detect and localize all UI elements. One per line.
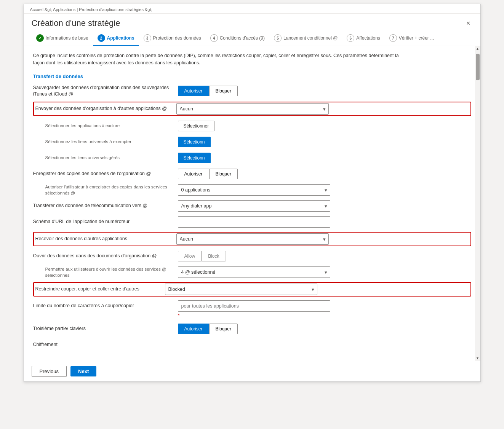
- transferer-row: Transférer des données de télécommunicat…: [33, 200, 471, 212]
- schema-url-label: Schéma d'URL de l'application de numérot…: [33, 218, 178, 225]
- troisieme-bloquer-btn[interactable]: Bloquer: [209, 324, 238, 334]
- limite-input[interactable]: [178, 300, 330, 312]
- main-content: Ce groupe inclut les contrôles de protec…: [24, 46, 480, 361]
- ouvrir-row: Ouvrir des données dans des documents d'…: [33, 250, 471, 262]
- restreindre-label: Restreindre couper, copier et coller ent…: [35, 286, 165, 293]
- tab-conditions-label: Conditions d'accès (9): [220, 35, 265, 41]
- restreindre-select[interactable]: Blocked: [165, 284, 317, 295]
- tab-circle-conditions: 4: [210, 34, 218, 42]
- previous-button[interactable]: Previous: [32, 366, 67, 377]
- selectionner-exclure-btn[interactable]: Sélectionner: [178, 121, 215, 131]
- tab-verifier[interactable]: 7 Vérifier + créer ...: [385, 31, 438, 46]
- troisieme-autoriser-btn[interactable]: Autoriser: [178, 324, 209, 334]
- permettre-row: Permettre aux utilisateurs d'ouvrir les …: [33, 266, 471, 278]
- close-button[interactable]: ×: [464, 19, 473, 27]
- recevoir-select[interactable]: Aucun: [176, 233, 329, 245]
- next-button[interactable]: Next: [70, 366, 96, 376]
- envoyer-select-wrapper: Aucun ▾: [176, 103, 329, 115]
- tab-circle-protection: 3: [144, 34, 151, 42]
- selectionner-liens-label: Sélectionnez les liens universels à exem…: [45, 139, 178, 145]
- tab-circle-apps: 2: [98, 34, 105, 42]
- breadcrumb: Accueil &gt; Applications | Protection d…: [24, 4, 480, 14]
- tab-verifier-label: Vérifier + créer ...: [399, 35, 434, 41]
- selectionner-liens-geres-btn[interactable]: Sélectionn: [178, 153, 211, 163]
- limite-label: Limite du nombre de caractères à couper/…: [33, 303, 178, 309]
- sauvegarder-toggle: Autoriser Bloquer: [178, 85, 238, 97]
- tab-conditions[interactable]: 4 Conditions d'accès (9): [206, 31, 269, 46]
- selectionner-liens-geres-row: Sélectionner les liens universels gérés …: [33, 152, 471, 164]
- tab-affectations[interactable]: 6 Affectations: [342, 31, 384, 46]
- tab-circle-lancement: 5: [274, 34, 282, 42]
- enregistrer-toggle: Autoriser Bloquer: [178, 168, 238, 180]
- enregistrer-bloquer-btn[interactable]: Bloquer: [209, 169, 238, 179]
- tab-info[interactable]: ✓ Informations de base: [32, 31, 93, 46]
- tab-lancement-label: Lancement conditionnel @: [283, 35, 338, 41]
- selectionner-liens-btn[interactable]: Sélectionn: [178, 137, 211, 147]
- tab-circle-affectations: 6: [347, 34, 354, 42]
- page-title: Création d'une stratégie: [32, 18, 120, 28]
- enregistrer-label: Enregistrer des copies des données de l'…: [33, 171, 178, 177]
- wizard-tabs: ✓ Informations de base 2 Applications 3 …: [24, 31, 480, 46]
- sauvegarder-row: Sauvegarder des données d'organisation d…: [33, 85, 471, 98]
- selectionner-exclure-row: Sélectionner les applications à exclure …: [33, 120, 471, 132]
- troisieme-label: Troisième partie/ claviers: [33, 325, 178, 332]
- enregistrer-autoriser-btn[interactable]: Autoriser: [178, 169, 209, 179]
- sauvegarder-autoriser-btn[interactable]: Autoriser: [178, 86, 209, 96]
- autoriser-copies-select[interactable]: 0 applications: [178, 184, 330, 196]
- envoyer-row: Envoyer des données d'organisation à d'a…: [33, 102, 471, 116]
- permettre-label: Permettre aux utilisateurs d'ouvrir les …: [45, 266, 178, 278]
- tab-info-label: Informations de base: [46, 35, 88, 41]
- permettre-select[interactable]: 4 @ sélectionné: [178, 266, 330, 278]
- autoriser-copies-select-wrapper: 0 applications ▾: [178, 184, 330, 196]
- policy-creation-window: Accueil &gt; Applications | Protection d…: [24, 4, 481, 382]
- tab-affectations-label: Affectations: [356, 35, 380, 41]
- chiffrement-row: Chiffrement: [33, 339, 471, 351]
- tab-protection-label: Protection des données: [153, 35, 201, 41]
- selectionner-exclure-label: Sélectionner les applications à exclure: [45, 123, 178, 129]
- autoriser-copies-label: Autoriser l'utilisateur à enregistrer de…: [45, 184, 178, 196]
- selectionner-liens-geres-label: Sélectionner les liens universels gérés: [45, 155, 178, 161]
- ouvrir-label: Ouvrir des données dans des documents d'…: [33, 253, 178, 260]
- title-row: Création d'une stratégie ×: [24, 14, 480, 31]
- tab-applications[interactable]: 2 Applications: [93, 31, 139, 46]
- restreindre-select-wrapper: Blocked ▾: [165, 284, 317, 295]
- recevoir-label: Recevoir des données d'autres applicatio…: [35, 236, 176, 242]
- scrollbar-thumb[interactable]: [476, 54, 480, 80]
- schema-url-input[interactable]: [178, 216, 330, 228]
- troisieme-row: Troisième partie/ claviers Autoriser Blo…: [33, 323, 471, 335]
- ouvrir-block-btn[interactable]: Block: [202, 251, 226, 262]
- description-text: Ce groupe inclut les contrôles de protec…: [33, 52, 406, 67]
- tab-circle-verifier: 7: [389, 34, 397, 42]
- breadcrumb-path: Applications | Protection d'applications…: [53, 7, 152, 12]
- tab-lancement[interactable]: 5 Lancement conditionnel @: [269, 31, 342, 46]
- breadcrumb-home[interactable]: Accueil &gt;: [30, 7, 52, 12]
- sauvegarder-label: Sauvegarder des données d'organisation d…: [33, 85, 178, 98]
- enregistrer-row: Enregistrer des copies des données de l'…: [33, 168, 471, 180]
- recevoir-row: Recevoir des données d'autres applicatio…: [33, 232, 471, 246]
- scrollbar-track: ▲ ▼: [475, 46, 480, 361]
- scroll-down-arrow[interactable]: ▼: [476, 356, 479, 360]
- footer: Previous Next: [24, 361, 480, 381]
- tab-protection[interactable]: 3 Protection des données: [139, 31, 206, 46]
- sauvegarder-bloquer-btn[interactable]: Bloquer: [209, 86, 238, 96]
- tab-apps-label: Applications: [107, 35, 134, 41]
- scroll-up-arrow[interactable]: ▲: [476, 47, 479, 51]
- envoyer-label: Envoyer des données d'organisation à d'a…: [35, 105, 176, 112]
- ouvrir-toggle: Allow Block: [178, 250, 226, 262]
- section-title: Transfert de données: [33, 73, 471, 79]
- restreindre-row: Restreindre couper, copier et coller ent…: [33, 282, 471, 297]
- transferer-select-wrapper: Any dialer app ▾: [178, 200, 330, 212]
- recevoir-select-wrapper: Aucun ▾: [176, 233, 329, 245]
- transferer-label: Transférer des données de télécommunicat…: [33, 203, 178, 209]
- schema-url-row: Schéma d'URL de l'application de numérot…: [33, 216, 471, 228]
- tab-circle-info: ✓: [36, 34, 44, 42]
- ouvrir-allow-btn[interactable]: Allow: [178, 251, 202, 262]
- transferer-select[interactable]: Any dialer app: [178, 200, 330, 212]
- permettre-select-wrapper: 4 @ sélectionné ▾: [178, 266, 330, 278]
- chiffrement-label: Chiffrement: [33, 341, 178, 348]
- limite-asterisk: *: [178, 313, 180, 318]
- selectionner-liens-row: Sélectionnez les liens universels à exem…: [33, 136, 471, 148]
- troisieme-toggle: Autoriser Bloquer: [178, 323, 238, 335]
- envoyer-select[interactable]: Aucun: [176, 103, 329, 115]
- autoriser-copies-row: Autoriser l'utilisateur à enregistrer de…: [33, 184, 471, 196]
